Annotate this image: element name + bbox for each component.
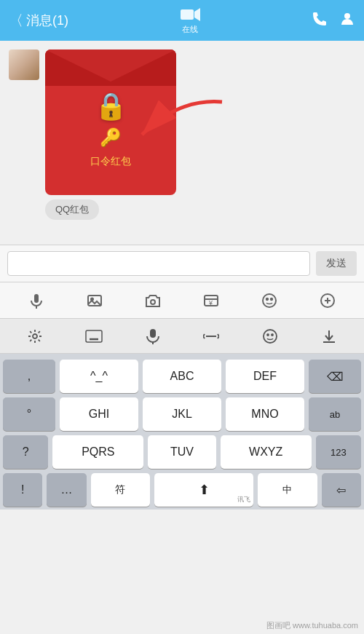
emoji-button[interactable] <box>255 286 284 315</box>
svg-rect-18 <box>86 330 102 342</box>
call-button[interactable] <box>312 11 328 31</box>
input-area: 发送 <box>0 245 364 282</box>
backspace-key[interactable]: ⌫ <box>309 360 361 393</box>
keyboard-row-4: ! … 符 ⬆ 讯飞 中 ⇦ <box>3 473 361 507</box>
exclaim-key[interactable]: ! <box>3 473 42 507</box>
video-icon <box>179 7 201 23</box>
mno-key[interactable]: MNO <box>226 397 304 431</box>
message-content: 🔒 🔑 口令红包 QQ红包 <box>45 49 176 220</box>
pqrs-key[interactable]: PQRS <box>52 435 143 469</box>
avatar <box>9 49 39 80</box>
toolbar2 <box>0 319 364 354</box>
back-key[interactable]: ⇦ <box>322 473 361 507</box>
keyboard-button[interactable] <box>78 322 110 351</box>
settings-button[interactable] <box>19 322 51 351</box>
voice-button[interactable] <box>22 286 51 315</box>
svg-point-12 <box>266 298 268 299</box>
svg-point-34 <box>267 334 269 336</box>
svg-point-13 <box>271 298 272 299</box>
expand-button[interactable] <box>195 322 227 351</box>
def-key[interactable]: DEF <box>226 360 304 393</box>
svg-rect-4 <box>34 294 39 303</box>
comma-key[interactable]: , <box>3 360 55 393</box>
red-envelope[interactable]: 🔒 🔑 口令红包 <box>45 49 176 195</box>
more-button[interactable] <box>313 286 342 315</box>
header-left: 〈 消息(1) <box>9 11 68 31</box>
toolbar: ¥ <box>0 282 364 319</box>
watermark: 图画吧 www.tuhuaba.com <box>266 620 358 631</box>
space-key[interactable]: ⬆ 讯飞 <box>154 473 253 507</box>
envelope-label: 口令红包 <box>90 155 131 168</box>
chinese-key[interactable]: 中 <box>258 473 317 507</box>
svg-rect-0 <box>181 9 194 20</box>
ellipsis-key[interactable]: … <box>47 473 86 507</box>
envelope-flap-shape <box>45 49 176 82</box>
download-button[interactable] <box>313 322 345 351</box>
keyboard-row-2: ° GHI JKL MNO ab <box>3 397 361 431</box>
circle-key[interactable]: ° <box>3 397 55 431</box>
ghi-key[interactable]: GHI <box>60 397 138 431</box>
header-status: 在线 <box>182 24 198 35</box>
header-right <box>312 11 355 31</box>
abc-key[interactable]: ABC <box>143 360 221 393</box>
camera-button[interactable] <box>138 286 167 315</box>
keyboard: , ^_^ ABC DEF ⌫ ° GHI JKL MNO ab ? PQRS … <box>0 354 364 510</box>
svg-point-2 <box>344 13 350 19</box>
question-key[interactable]: ? <box>3 435 48 469</box>
emoticon-key[interactable]: ^_^ <box>60 360 138 393</box>
key-icon: 🔑 <box>100 127 122 148</box>
123-key[interactable]: 123 <box>316 435 361 469</box>
svg-point-17 <box>33 334 37 338</box>
svg-point-7 <box>91 298 93 300</box>
keyboard-row-3: ? PQRS TUV WXYZ 123 <box>3 435 361 469</box>
svg-point-8 <box>151 300 155 304</box>
svg-point-35 <box>272 334 273 336</box>
header-center: 在线 <box>179 7 201 35</box>
symbol-key[interactable]: 符 <box>91 473 151 507</box>
svg-point-33 <box>264 330 277 343</box>
svg-point-11 <box>263 294 276 307</box>
wxyz-key[interactable]: WXYZ <box>221 435 312 469</box>
keyboard-row-1: , ^_^ ABC DEF ⌫ <box>3 360 361 393</box>
payment-button[interactable]: ¥ <box>197 286 226 315</box>
chat-area: 🔒 🔑 口令红包 QQ红包 <box>0 41 364 245</box>
lock-icon: 🔒 <box>95 91 127 122</box>
image-button[interactable] <box>80 286 109 315</box>
profile-button[interactable] <box>339 11 355 31</box>
tuv-key[interactable]: TUV <box>148 435 216 469</box>
jkl-key[interactable]: JKL <box>143 397 221 431</box>
svg-text:¥: ¥ <box>208 299 213 306</box>
message-row: 🔒 🔑 口令红包 QQ红包 <box>9 49 355 220</box>
ab-key[interactable]: ab <box>309 397 361 431</box>
send-button[interactable]: 发送 <box>316 251 357 276</box>
svg-marker-1 <box>194 8 200 21</box>
voice2-button[interactable] <box>137 322 169 351</box>
back-button[interactable]: 〈 <box>9 11 23 31</box>
header: 〈 消息(1) 在线 <box>0 0 364 41</box>
envelope-flap <box>45 49 176 86</box>
emoji2-button[interactable] <box>254 322 286 351</box>
header-title: 消息(1) <box>26 12 68 29</box>
message-input[interactable] <box>7 251 310 276</box>
qq-hongbao-button[interactable]: QQ红包 <box>45 199 99 220</box>
svg-rect-30 <box>150 329 156 338</box>
